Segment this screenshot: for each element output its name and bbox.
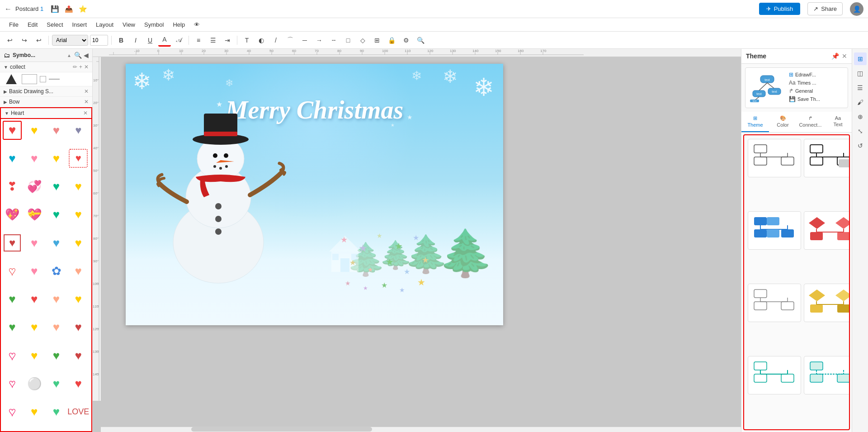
tab-text[interactable]: Aa Text [824, 112, 852, 132]
section-bow[interactable]: ▶ Bow ✕ [0, 97, 92, 107]
menu-view[interactable]: View [118, 19, 140, 30]
undo2-button[interactable]: ↩ [33, 34, 45, 47]
heart-item-26[interactable]: ♥ [47, 290, 66, 309]
theme-card-7[interactable] [748, 356, 801, 394]
lock-button[interactable]: 🔒 [385, 34, 398, 47]
close-collect-icon[interactable]: ✕ [84, 64, 89, 70]
heart-item-18[interactable]: ♥ [47, 233, 66, 252]
curve-button[interactable]: ⌒ [284, 34, 297, 47]
heart-item-21[interactable]: ♥ [25, 261, 44, 280]
canvas-page[interactable]: ❄ ❄ ❄ ❄ ❄ ❄ Merry Christmas ★ ★ ★ [126, 64, 503, 325]
heart-item-42[interactable]: ♥ [47, 403, 66, 422]
heart-item-32[interactable]: ♥ [3, 346, 22, 365]
theme-card-4[interactable] [804, 211, 850, 250]
dash-button[interactable]: ╌ [327, 34, 340, 47]
heart-item-13[interactable]: 💝 [25, 205, 44, 224]
heart-item-9[interactable]: 💞 [25, 177, 44, 196]
right-icon-properties[interactable]: ☰ [854, 81, 867, 94]
theme-card-1[interactable] [748, 139, 801, 177]
right-icon-position[interactable]: ⊕ [854, 110, 867, 123]
theme-card-3[interactable] [748, 211, 801, 250]
right-icon-grid[interactable]: ⊞ [854, 52, 867, 65]
text-style-button[interactable]: 𝒜 [173, 34, 185, 47]
theme-card-2[interactable] [804, 139, 850, 177]
menu-layout[interactable]: Layout [91, 19, 118, 30]
heart-item-11[interactable]: ♥ [69, 177, 88, 196]
heart-item-29[interactable]: ♥ [25, 318, 44, 337]
share-button[interactable]: ↗ Share [807, 2, 843, 15]
bold-button[interactable]: B [115, 34, 127, 47]
right-icon-history[interactable]: ↺ [854, 139, 867, 152]
close-basic-icon[interactable]: ✕ [84, 88, 89, 95]
heart-item-24[interactable]: ♥ [3, 290, 22, 309]
add-collect-icon[interactable]: + [79, 64, 82, 70]
heart-item-43[interactable]: LOVE [69, 403, 88, 422]
canvas-scroll[interactable]: ❄ ❄ ❄ ❄ ❄ ❄ Merry Christmas ★ ★ ★ [101, 57, 741, 432]
heart-item-14[interactable]: ♥ [47, 205, 66, 224]
fill-button[interactable]: ◐ [255, 34, 268, 47]
heart-item-25[interactable]: ♥ [25, 290, 44, 309]
settings-button[interactable]: ⚙ [400, 34, 412, 47]
undo-button[interactable]: ↩ [4, 34, 16, 47]
shape-button[interactable]: □ [342, 34, 354, 47]
theme-card-5[interactable] [748, 284, 801, 322]
collapse-panel-icon[interactable]: ◀ [84, 52, 89, 59]
heart-item-20[interactable]: ♥ [3, 261, 22, 280]
menu-edit[interactable]: Edit [23, 19, 42, 30]
publish-button[interactable]: ✈ Publish [759, 3, 801, 15]
menu-file[interactable]: File [5, 19, 23, 30]
underline-button[interactable]: U [144, 34, 156, 47]
heart-item-5[interactable]: ♥ [25, 149, 44, 168]
shape2-button[interactable]: ◇ [356, 34, 369, 47]
theme-card-6[interactable] [804, 284, 850, 322]
section-heart[interactable]: ▼ Heart ✕ [0, 107, 92, 119]
edit-collect-icon[interactable]: ✏ [73, 64, 77, 70]
right-icon-size[interactable]: ⤡ [854, 125, 867, 138]
font-color-button[interactable]: A [158, 34, 171, 47]
heart-item-16[interactable]: ♥ [3, 233, 22, 252]
search-button[interactable]: 🔍 [414, 34, 427, 47]
heart-item-3[interactable]: ♥ [69, 121, 88, 140]
tab-theme[interactable]: ⊞ Theme [741, 112, 769, 132]
menu-select[interactable]: Select [42, 19, 67, 30]
menu-symbol[interactable]: Symbol [140, 19, 168, 30]
h-scrollbar[interactable] [101, 427, 741, 432]
heart-item-40[interactable]: ♥ [3, 403, 22, 422]
search-panel-icon[interactable]: 🔍 [74, 52, 82, 59]
heart-item-1[interactable]: ♥ [25, 121, 44, 140]
pin-icon[interactable]: 📌 [831, 52, 839, 60]
heart-item-23[interactable]: ♥ [69, 261, 88, 280]
heart-item-15[interactable]: ♥ [69, 205, 88, 224]
heart-item-0[interactable]: ♥ [3, 121, 22, 140]
heart-item-41[interactable]: ♥ [25, 403, 44, 422]
right-icon-layers[interactable]: ◫ [854, 67, 867, 80]
heart-item-8[interactable]: ❣ [3, 177, 22, 196]
font-size-input[interactable] [90, 35, 108, 46]
heart-item-34[interactable]: ♥ [47, 346, 66, 365]
align2-button[interactable]: ⊞ [371, 34, 383, 47]
menu-extra[interactable]: 👁 [189, 19, 204, 30]
align-center-button[interactable]: ☰ [207, 34, 219, 47]
tab-connect[interactable]: ↱ Connect... [797, 112, 824, 132]
tab-color[interactable]: 🎨 Color [769, 112, 797, 132]
heart-item-7[interactable]: ♥ [69, 149, 88, 168]
h-scroll-thumb[interactable] [191, 427, 372, 432]
heart-item-4[interactable]: ♥ [3, 149, 22, 168]
right-icon-style[interactable]: 🖌 [854, 96, 867, 109]
heart-item-35[interactable]: ♥ [69, 346, 88, 365]
export-icon[interactable]: 📤 [65, 5, 73, 13]
heart-item-22[interactable]: ✿ [47, 261, 66, 280]
close-heart-icon[interactable]: ✕ [83, 110, 88, 116]
indent-button[interactable]: ⇥ [221, 34, 234, 47]
heart-item-38[interactable]: ♥ [47, 374, 66, 393]
menu-help[interactable]: Help [168, 19, 189, 30]
section-collect[interactable]: ▼ collect ✏ + ✕ [0, 62, 92, 72]
menu-insert[interactable]: Insert [68, 19, 92, 30]
line-button[interactable]: / [269, 34, 282, 47]
heart-item-37[interactable]: ⚪ [25, 374, 44, 393]
save-icon[interactable]: 💾 [51, 5, 59, 13]
redo-button[interactable]: ↪ [18, 34, 31, 47]
font-select[interactable]: Arial Times New Roman [52, 35, 88, 46]
section-basic[interactable]: ▶ Basic Drawing S... ✕ [0, 86, 92, 97]
heart-item-31[interactable]: ♥ [69, 318, 88, 337]
